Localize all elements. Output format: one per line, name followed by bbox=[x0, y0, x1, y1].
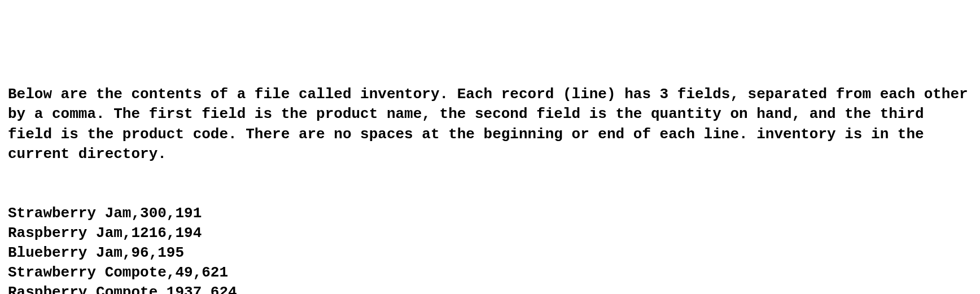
inventory-record: Strawberry Compote,49,621 bbox=[8, 263, 972, 283]
inventory-record: Raspberry Jam,1216,194 bbox=[8, 223, 972, 243]
intro-paragraph: Below are the contents of a file called … bbox=[8, 85, 972, 164]
inventory-record: Strawberry Jam,300,191 bbox=[8, 204, 972, 223]
inventory-record: Blueberry Jam,96,195 bbox=[8, 243, 972, 263]
file-contents: Strawberry Jam,300,191Raspberry Jam,1216… bbox=[8, 204, 972, 294]
inventory-record: Raspberry Compote,1937,624 bbox=[8, 283, 972, 294]
